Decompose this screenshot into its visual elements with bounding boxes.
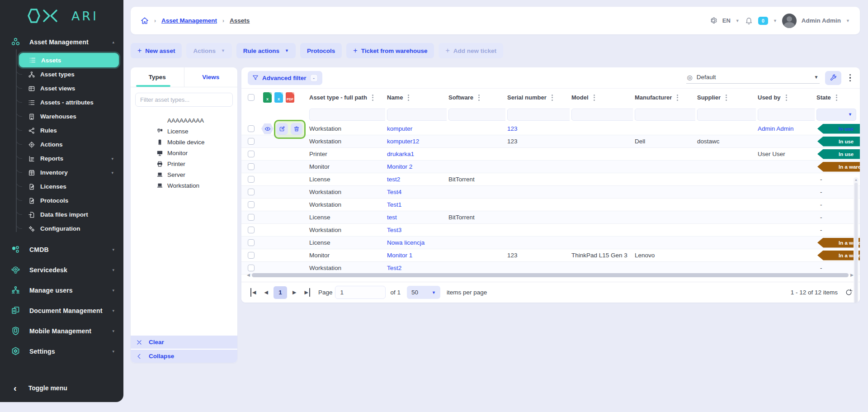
breadcrumb-link-asset-management[interactable]: Asset Management xyxy=(161,17,217,24)
bell-icon[interactable] xyxy=(745,16,753,25)
collapse-button[interactable]: Collapse xyxy=(131,350,237,363)
row-checkbox[interactable] xyxy=(248,265,255,271)
pdf-icon[interactable]: PDF xyxy=(286,92,294,103)
excel-cyan-icon[interactable]: X xyxy=(274,92,283,103)
vertical-scrollbar[interactable]: ▲ ▼ xyxy=(854,177,859,303)
cell-link[interactable]: test xyxy=(387,214,397,221)
notification-count-badge[interactable]: 0 xyxy=(758,17,768,25)
previous-page-button[interactable]: ◀ xyxy=(261,288,270,297)
scroll-left-icon[interactable]: ◀ xyxy=(247,273,250,277)
sidebar-item-asset-types[interactable]: Asset types xyxy=(0,67,123,81)
row-checkbox[interactable] xyxy=(248,189,255,195)
table-settings-button[interactable] xyxy=(825,71,841,85)
sidebar-item-rules[interactable]: Rules xyxy=(0,123,123,137)
sidebar-section-settings[interactable]: Settings▾ xyxy=(0,341,123,361)
user-name[interactable]: Admin Admin xyxy=(802,17,841,24)
sidebar-item-protocols[interactable]: Protocols xyxy=(0,194,123,208)
filter-input-serial-number[interactable] xyxy=(507,109,570,121)
last-page-button[interactable]: ▶ xyxy=(302,288,310,297)
delete-button[interactable] xyxy=(291,123,302,135)
tree-item-server[interactable]: Server xyxy=(131,169,237,180)
sidebar-item-asset-views[interactable]: Asset views xyxy=(0,81,123,95)
cell-link[interactable]: Test2 xyxy=(387,265,401,271)
scroll-right-icon[interactable]: ▶ xyxy=(850,273,854,277)
sidebar-item-actions[interactable]: Actions xyxy=(0,137,123,152)
excel-green-icon[interactable]: X xyxy=(263,92,272,103)
cell-link[interactable]: Monitor 1 xyxy=(387,252,412,259)
breadcrumb-current-assets[interactable]: Assets xyxy=(230,17,250,24)
rule-actions-button[interactable]: Rule actions▼ xyxy=(236,43,296,58)
cell-link[interactable]: test2 xyxy=(387,176,400,183)
view-selector[interactable]: ◎ Default ▼ xyxy=(686,72,820,84)
filter-input-model[interactable] xyxy=(571,109,633,121)
chevron-down-icon[interactable]: ▼ xyxy=(736,19,740,23)
cell-link[interactable]: komputer xyxy=(387,125,412,132)
row-checkbox[interactable] xyxy=(248,151,255,157)
row-checkbox[interactable] xyxy=(248,227,255,233)
column-menu-icon[interactable] xyxy=(835,94,838,102)
cell-link[interactable]: Admin Admin xyxy=(758,125,794,132)
row-checkbox[interactable] xyxy=(248,214,255,221)
cell-link[interactable]: 123 xyxy=(507,125,518,132)
language-selector[interactable]: EN xyxy=(722,17,731,24)
column-menu-icon[interactable] xyxy=(371,94,374,102)
filter-input-supplier[interactable] xyxy=(697,109,756,121)
view-button[interactable] xyxy=(261,123,274,134)
horizontal-scrollbar[interactable]: ◀ ▶ xyxy=(247,273,854,277)
filter-input-name[interactable] xyxy=(387,109,447,121)
sidebar-item-warehouses[interactable]: Warehouses xyxy=(0,109,123,123)
column-menu-icon[interactable] xyxy=(477,94,481,102)
row-checkbox[interactable] xyxy=(248,252,255,259)
sidebar-item-configuration[interactable]: Configuration xyxy=(0,222,123,236)
cell-link[interactable]: drukarka1 xyxy=(387,151,414,157)
row-checkbox[interactable] xyxy=(248,138,255,145)
vertical-scrollbar-thumb[interactable] xyxy=(854,183,858,303)
sidebar-section-asset-management[interactable]: Asset Management▴ xyxy=(0,32,123,52)
current-page-button[interactable]: 1 xyxy=(274,286,287,299)
column-menu-icon[interactable] xyxy=(407,94,410,102)
tree-item-mobile-device[interactable]: Mobile device xyxy=(131,137,237,147)
sidebar-item-licenses[interactable]: Licenses xyxy=(0,180,123,194)
tree-item-printer[interactable]: Printer xyxy=(131,158,237,169)
sidebar-item-reports[interactable]: Reports▾ xyxy=(0,152,123,166)
tree-item-aaaaaaaaa[interactable]: AAAAAAAAA xyxy=(131,115,237,126)
row-checkbox[interactable] xyxy=(248,201,255,208)
new-asset-button[interactable]: +New asset xyxy=(131,43,182,58)
gear-icon[interactable] xyxy=(709,16,717,25)
edit-button[interactable] xyxy=(276,123,288,135)
column-menu-icon[interactable] xyxy=(785,94,788,102)
sidebar-section-servicedesk[interactable]: Servicedesk▾ xyxy=(0,260,123,280)
ticket-from-warehouse-button[interactable]: +Ticket from warehouse xyxy=(346,43,434,58)
row-checkbox[interactable] xyxy=(248,239,255,246)
row-checkbox[interactable] xyxy=(248,125,255,132)
filter-input-used-by[interactable] xyxy=(758,109,815,121)
cell-link[interactable]: Nowa licencja xyxy=(387,239,425,246)
sidebar-item-inventory[interactable]: Inventory▾ xyxy=(0,166,123,180)
advanced-filter-button[interactable]: Advanced filter - xyxy=(248,71,322,85)
cell-link[interactable]: Test1 xyxy=(387,201,401,208)
sidebar-item-assets-attributes[interactable]: Assets - attributes xyxy=(0,95,123,109)
state-filter-select[interactable]: ▼ xyxy=(816,109,856,121)
home-icon[interactable] xyxy=(141,17,149,25)
horizontal-scrollbar-thumb[interactable] xyxy=(252,273,849,277)
avatar[interactable] xyxy=(782,14,797,28)
cell-link[interactable]: Test3 xyxy=(387,227,401,233)
cell-link[interactable]: Monitor 2 xyxy=(387,163,412,170)
column-menu-icon[interactable] xyxy=(725,94,728,102)
select-all-checkbox[interactable] xyxy=(248,94,255,101)
first-page-button[interactable]: ◀ xyxy=(250,288,259,297)
filter-input-manufacturer[interactable] xyxy=(635,109,695,121)
items-per-page-select[interactable]: 50 ▼ xyxy=(407,286,440,299)
column-menu-icon[interactable] xyxy=(676,94,679,102)
column-menu-icon[interactable] xyxy=(593,94,596,102)
tree-item-license[interactable]: License xyxy=(131,126,237,137)
filter-input-software[interactable] xyxy=(448,109,505,121)
sidebar-section-manage-users[interactable]: Manage users▾ xyxy=(0,280,123,300)
tree-item-workstation[interactable]: Workstation xyxy=(131,180,237,191)
protocols-button[interactable]: Protocols xyxy=(300,43,342,58)
scroll-up-icon[interactable]: ▲ xyxy=(854,178,858,182)
sidebar-section-cmdb[interactable]: CMDB▾ xyxy=(0,239,123,260)
filter-input-asset-type-full-path[interactable] xyxy=(309,109,385,121)
chevron-down-icon[interactable]: ▼ xyxy=(773,19,777,23)
sidebar-item-data-files-import[interactable]: Data files import xyxy=(0,208,123,222)
